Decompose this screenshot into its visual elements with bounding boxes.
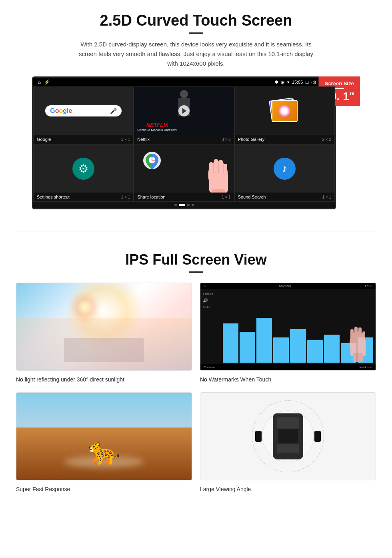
home-icon: ⌂ — [38, 79, 41, 85]
svg-rect-10 — [354, 327, 358, 342]
ips-grid: No light reflecting under 360° direct su… — [16, 283, 376, 494]
play-button[interactable] — [178, 105, 190, 116]
badge-label: Screen Size — [324, 80, 354, 86]
svg-rect-12 — [358, 327, 362, 342]
netflix-overlay: NETFLIX Continue Marvel's Daredevil — [137, 122, 177, 132]
app-cell-google[interactable]: Google 🎤 Google 3 × 1 — [33, 86, 134, 144]
section1-title: 2.5D Curved Touch Screen — [24, 12, 368, 29]
netflix-subtitle: Continue Marvel's Daredevil — [137, 128, 177, 132]
eq-bar-7 — [324, 335, 340, 363]
gallery-label: Photo Gallery 2 × 2 — [235, 135, 334, 144]
amp-custom: Custom — [204, 365, 215, 369]
play-triangle — [182, 108, 186, 114]
dot-4 — [192, 204, 194, 206]
app-cell-netflix[interactable]: NETFLIX Continue Marvel's Daredevil Netf… — [134, 86, 234, 144]
camera-icon: ⊡ — [305, 80, 309, 85]
app-cell-gallery[interactable]: Photo Gallery 2 × 2 — [234, 86, 335, 144]
bluetooth-icon: ✱ — [275, 80, 278, 85]
daredevil-bg: NETFLIX Continue Marvel's Daredevil — [134, 87, 234, 135]
status-left-icons: ⌂ ⚡ — [38, 79, 50, 85]
gallery-stack — [235, 87, 334, 135]
badge-divider — [334, 88, 344, 89]
netflix-thumbnail: NETFLIX Continue Marvel's Daredevil — [134, 87, 234, 135]
amp-home: ⌂ — [204, 284, 206, 288]
eq-bar-1 — [223, 323, 238, 363]
wifi-icon: ▾ — [287, 80, 290, 85]
google-search-bar[interactable]: Google 🎤 — [45, 105, 122, 116]
sound-label: Sound Search 1 × 1 — [235, 193, 334, 201]
section-curved-screen: 2.5D Curved Touch Screen With 2.5D curve… — [0, 0, 392, 219]
netflix-name: Netflix — [137, 137, 150, 142]
dot-1 — [174, 204, 177, 206]
amp-hand — [346, 323, 370, 364]
time-display: 15:06 — [292, 80, 303, 84]
sound-name: Sound Search — [238, 195, 266, 199]
eq-labels: Balance 🔊 Fader — [203, 292, 213, 309]
amp-loudness: loudness — [360, 365, 372, 369]
amplifier-image: ⌂ Amplifier 17:33 Balance 🔊 Fader — [200, 283, 376, 371]
section-divider — [16, 231, 376, 231]
wheel-right-front — [314, 431, 321, 442]
car-body-top — [273, 413, 303, 460]
cheetah-image: 🐆 — [16, 392, 192, 480]
google-label: Google 3 × 1 — [34, 135, 133, 144]
wheel-left-front — [255, 431, 262, 442]
settings-size: 1 × 1 — [121, 195, 130, 199]
app-cell-sound[interactable]: ♪ Sound Search 1 × 1 — [234, 144, 335, 202]
amp-time: 17:33 — [364, 284, 372, 288]
netflix-brand: NETFLIX — [137, 122, 177, 128]
ips-item-amplifier: ⌂ Amplifier 17:33 Balance 🔊 Fader — [200, 283, 376, 384]
amplifier-caption: No Watermarks When Touch — [200, 375, 376, 384]
svg-rect-11 — [350, 329, 354, 342]
eq-bar-5 — [290, 329, 306, 363]
maps-icon — [142, 151, 162, 174]
maps-thumbnail — [134, 145, 234, 193]
gear-icon: ⚙ — [78, 162, 88, 175]
eq-bar-4 — [273, 337, 289, 363]
usb-icon: ⚡ — [44, 79, 50, 85]
location-icon: ◉ — [281, 80, 285, 85]
screen-mockup-wrapper: Screen Size 10. 1" ⌂ ⚡ ✱ ◉ ▾ 15:06 ⊡ ◁) … — [32, 76, 360, 209]
title-divider — [189, 32, 203, 34]
music-note-icon: ♪ — [282, 162, 287, 175]
scroll-dots — [33, 202, 335, 208]
app-cell-settings[interactable]: ⚙ Settings shortcut 1 × 1 — [33, 144, 134, 202]
google-thumbnail: Google 🎤 — [34, 87, 133, 135]
google-size: 3 × 1 — [121, 137, 130, 142]
sunlight-caption: No light reflecting under 360° direct su… — [16, 375, 192, 384]
car-roof-top — [278, 430, 298, 444]
sunlight-image — [16, 283, 192, 371]
gallery-thumbnail — [235, 87, 334, 135]
ips-item-car: Large Viewing Angle — [200, 392, 376, 494]
svg-rect-15 — [353, 353, 363, 362]
netflix-label: Netflix 3 × 2 — [134, 135, 234, 144]
gallery-size: 2 × 2 — [322, 137, 331, 142]
eq-bar-6 — [307, 340, 323, 363]
maps-label: Share location 1 × 1 — [134, 193, 234, 201]
sound-thumbnail: ♪ — [235, 145, 334, 193]
google-logo: Google — [50, 107, 72, 114]
eq-area: Balance 🔊 Fader — [200, 289, 376, 364]
app-cell-maps[interactable]: Share location 1 × 1 — [134, 144, 234, 202]
sound-icon-bg: ♪ — [274, 158, 296, 180]
gallery-name: Photo Gallery — [238, 137, 265, 142]
car-windshield-front — [277, 417, 299, 429]
ips-item-cheetah: 🐆 Super Fast Response — [16, 392, 192, 494]
car-caption: Large Viewing Angle — [200, 484, 376, 494]
netflix-size: 3 × 2 — [222, 137, 231, 142]
svg-rect-8 — [212, 189, 225, 193]
section2-title: IPS Full Screen View — [16, 251, 376, 268]
sound-size: 1 × 1 — [322, 195, 331, 199]
settings-name: Settings shortcut — [37, 195, 70, 199]
dot-2 — [179, 204, 185, 206]
lens-flare — [69, 291, 101, 323]
google-name: Google — [37, 137, 51, 142]
ips-item-sunlight: No light reflecting under 360° direct su… — [16, 283, 192, 384]
eq-bar-2 — [240, 332, 255, 363]
amp-title: Amplifier — [279, 284, 291, 288]
volume-icon: ◁) — [311, 80, 316, 85]
car-image — [200, 392, 376, 480]
maps-size: 1 × 1 — [222, 195, 231, 199]
screen-mockup: ⌂ ⚡ ✱ ◉ ▾ 15:06 ⊡ ◁) ⊠ ⬜ — [32, 76, 336, 209]
gallery-card-3 — [272, 100, 298, 122]
